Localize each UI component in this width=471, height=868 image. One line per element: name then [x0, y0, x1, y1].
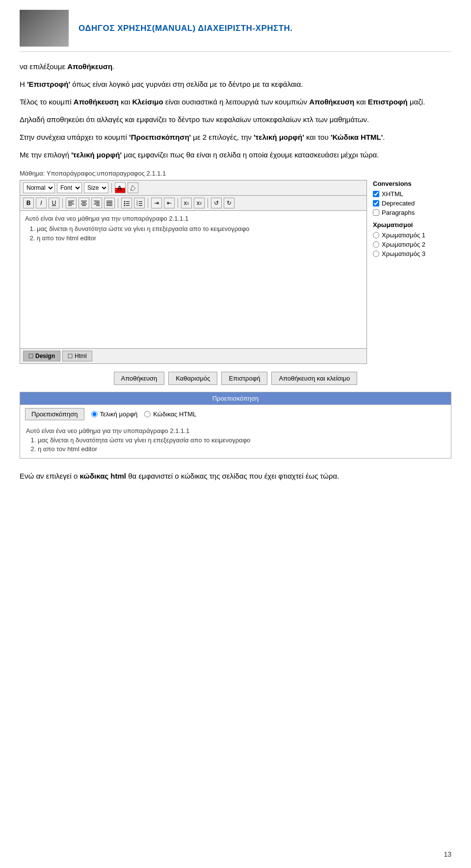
clear-button[interactable]: Καθαρισμός: [168, 372, 217, 385]
page-header: ΟΔΗΓΟΣ ΧΡΗΣΗΣ(MANUAL) ΔΙΑΧΕΙΡΙΣΤΗ-ΧΡΗΣΤΗ…: [20, 10, 451, 52]
color2-radio-item: Χρωματισμός 2: [373, 241, 451, 248]
header-image: [20, 10, 69, 47]
p4-text: Δηλαδή αποθηκεύει ότι αλλαγές και εμφανί…: [20, 115, 369, 124]
colors-title: Χρωματισμοί: [373, 221, 451, 229]
xhtml-checkbox[interactable]: [373, 191, 379, 197]
paragraphs-checkbox-item: Paragraphs: [373, 209, 451, 216]
align-center-button[interactable]: [78, 198, 89, 208]
color1-label: Χρωματισμός 1: [382, 231, 425, 239]
p6-bold: 'τελική μορφή': [71, 151, 122, 159]
toolbar-separator-4: [148, 198, 148, 208]
bottom-paragraph: Ενώ αν επιλεγεί ο κώδικας html θα εμφανι…: [20, 470, 451, 482]
unordered-list-icon: [123, 200, 130, 206]
final-form-radio[interactable]: [91, 411, 98, 417]
preview-line-1: Αυτό είναι ένα νεο μάθημα για την υποπαρ…: [26, 427, 445, 434]
final-form-radio-item: Τελική μορφή: [91, 410, 138, 418]
unordered-list-button[interactable]: [121, 198, 132, 208]
save-close-button[interactable]: Αποθήκευση και κλείσιμο: [271, 372, 357, 385]
eraser-button[interactable]: [128, 182, 138, 193]
color3-radio[interactable]: [373, 251, 379, 257]
underline-button[interactable]: U: [49, 198, 59, 208]
p3-bold1: Αποθήκευση: [74, 98, 119, 106]
normal-select[interactable]: Normal: [23, 182, 55, 193]
html-code-label: Κώδικας HTML: [153, 410, 196, 418]
save-button[interactable]: Αποθήκευση: [114, 372, 165, 385]
redo-button[interactable]: ↻: [224, 198, 235, 208]
paragraph-2: Η 'Επιστροφή' όπως είναι λογικό μας γυρν…: [20, 78, 451, 90]
color-icon[interactable]: A: [115, 182, 126, 193]
color1-radio-item: Χρωματισμός 1: [373, 231, 451, 239]
font-select[interactable]: Font: [57, 182, 82, 193]
preview-content: Αυτό είναι ένα νεο μάθημα για την υποπαρ…: [20, 423, 451, 458]
svg-marker-2: [131, 185, 135, 190]
outdent-button[interactable]: ⇤: [164, 198, 175, 208]
undo-button[interactable]: ↺: [211, 198, 222, 208]
html-tab-label: Html: [75, 353, 87, 359]
svg-rect-32: [68, 354, 72, 358]
font-color-svg: A: [116, 184, 124, 192]
p5-bold1: 'Προεπισκόπηση': [129, 133, 191, 141]
bottom-mid: html: [108, 472, 126, 480]
color1-radio[interactable]: [373, 232, 379, 238]
html-tab-icon: [68, 354, 73, 358]
bottom-text-start: Ενώ αν επιλεγεί ο: [20, 472, 79, 480]
p5-mid2: και του: [304, 133, 331, 141]
superscript-button[interactable]: x2: [194, 198, 205, 208]
editor-toolbar-row1: Normal Font Size A: [20, 180, 366, 196]
editor-content-area[interactable]: Αυτό είναι ένα νεο μάθημα για την υποπαρ…: [20, 211, 366, 348]
editor-container: Normal Font Size A: [20, 180, 451, 364]
deprecated-checkbox[interactable]: [373, 200, 379, 206]
return-button[interactable]: Επιστροφή: [221, 372, 267, 385]
ordered-list-button[interactable]: 1. 2. 3.: [134, 198, 145, 208]
bottom-bold1: κώδικας: [79, 472, 108, 480]
paragraph-5: Στην συνέχεια υπάρχει το κουμπί 'Προεπισ…: [20, 131, 451, 143]
editor-list-item-2: η απο τον html editor: [37, 234, 362, 242]
xhtml-label: XHTML: [382, 190, 403, 198]
header-title: ΟΔΗΓΟΣ ΧΡΗΣΗΣ(MANUAL) ΔΙΑΧΕΙΡΙΣΤΗ-ΧΡΗΣΤΗ…: [78, 24, 293, 33]
color3-radio-item: Χρωματισμός 3: [373, 250, 451, 257]
eraser-icon: [130, 184, 136, 191]
size-select[interactable]: Size: [84, 182, 108, 193]
editor-list: μας δίνεται η δυνατότητα ώστε να γίνει η…: [37, 225, 362, 242]
design-tab[interactable]: Design: [23, 351, 60, 361]
p3-end: μαζί.: [408, 98, 425, 106]
bold-button[interactable]: B: [23, 198, 34, 208]
toolbar-separator-5: [178, 198, 178, 208]
lesson-label: Μάθημα: Υποπαράγραφος:υποπαραγραφος 2.1.…: [20, 170, 451, 177]
html-code-radio[interactable]: [144, 411, 151, 417]
p5-start: Στην συνέχεια υπάρχει το κουμπί: [20, 133, 129, 141]
preview-list-item-1: μας δίνεται η δυνατότητα ώστε να γίνει η…: [38, 436, 445, 444]
justify-button[interactable]: [104, 198, 115, 208]
p3-bold3: Αποθήκευση: [309, 98, 354, 106]
p5-end: .: [383, 133, 385, 141]
align-center-icon: [80, 200, 87, 206]
final-form-label: Τελική μορφή: [100, 410, 138, 418]
design-tab-label: Design: [35, 353, 55, 359]
xhtml-checkbox-item: XHTML: [373, 190, 451, 198]
align-left-icon: [68, 200, 75, 206]
italic-button[interactable]: I: [36, 198, 47, 208]
align-left-button[interactable]: [66, 198, 77, 208]
color3-label: Χρωματισμός 3: [382, 250, 425, 257]
html-code-radio-item: Κώδικας HTML: [144, 410, 196, 418]
align-right-button[interactable]: [91, 198, 102, 208]
html-tab[interactable]: Html: [62, 351, 92, 361]
editor-list-item-1: μας δίνεται η δυνατότητα ώστε να γίνει η…: [37, 225, 362, 232]
preview-button[interactable]: Προεπισκόπηση: [25, 408, 84, 420]
p5-mid: με 2 επιλογές, την: [191, 133, 254, 141]
editor-panel[interactable]: Normal Font Size A: [20, 180, 367, 364]
color2-radio[interactable]: [373, 241, 379, 248]
subscript-button[interactable]: x1: [181, 198, 192, 208]
p3-mid2: είναι ουσιαστικά η λειτουργιά των κουμπι…: [163, 98, 310, 106]
preview-radio-group: Τελική μορφή Κώδικας HTML: [91, 410, 197, 418]
p3-mid3: και: [354, 98, 368, 106]
editor-toolbar-row2: B I U: [20, 196, 366, 211]
paragraphs-checkbox[interactable]: [373, 209, 379, 216]
justify-icon: [106, 200, 113, 206]
preview-options: Προεπισκόπηση Τελική μορφή Κώδικας HTML: [20, 405, 451, 423]
indent-button[interactable]: ⇥: [151, 198, 162, 208]
p5-bold3: 'Κώδικα HTML': [331, 133, 383, 141]
paragraph-4: Δηλαδή αποθηκεύει ότι αλλαγές και εμφανί…: [20, 114, 451, 126]
design-tab-icon: [28, 354, 33, 358]
ordered-list-icon: 1. 2. 3.: [136, 200, 143, 206]
